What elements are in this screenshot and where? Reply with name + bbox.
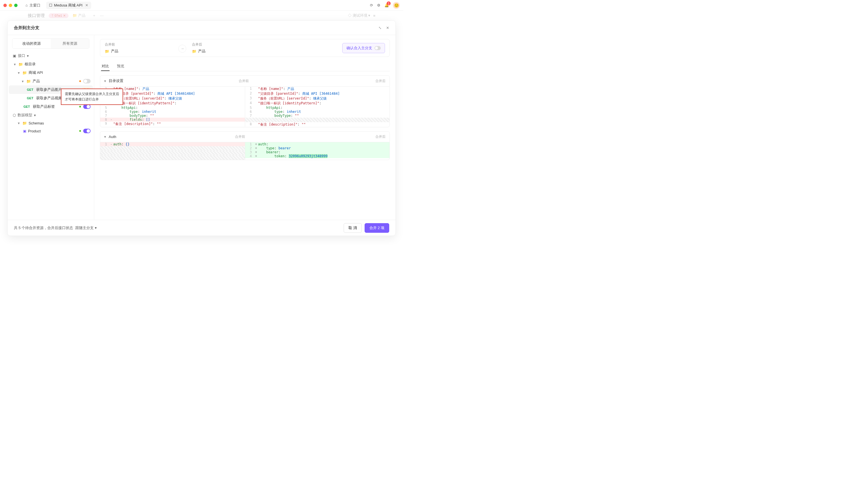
diff-gap <box>100 146 245 151</box>
bg-header: 接口管理 ᛘ 07w1 ✕ 📁 产品 ＋ ⋯ ◇ 测试环境 ▾ ≡ <box>0 11 403 20</box>
col-before: 合并前 <box>235 134 245 139</box>
merge-button[interactable]: 合并 2 项 <box>365 223 389 233</box>
page-title: 接口管理 <box>28 13 45 18</box>
diff-gap <box>100 151 245 155</box>
home-label: 主窗口 <box>30 3 40 8</box>
diff-pane: 1"名称 [name]": 产品2"父级目录 [parentId]": 商城 A… <box>245 87 390 127</box>
refresh-icon[interactable]: ⟳ <box>370 3 373 7</box>
bell-icon[interactable]: 🔔1 <box>384 3 389 7</box>
close-modal-icon[interactable]: ✕ <box>386 26 389 30</box>
home-tab[interactable]: ⌂ 主窗口 <box>23 2 43 9</box>
maximize-window-icon[interactable] <box>14 4 18 7</box>
http-method: GET <box>23 105 30 108</box>
diff-line: 6 type: inherit <box>100 110 245 114</box>
col-after: 合并后 <box>375 134 386 139</box>
col-before: 合并前 <box>239 79 249 84</box>
confirm-merge-button[interactable]: 确认合入主分支 <box>342 43 385 53</box>
tree-mall[interactable]: ▾ 📁 商城 API <box>9 69 93 77</box>
diff-line: 1"名称 [name]": 产品 <box>245 87 390 91</box>
minimize-modal-icon[interactable]: ⤡ <box>379 26 382 30</box>
section-auth: ▾ Auth 合并前 合并后 1-auth: {}1+auth:2+ type:… <box>100 131 390 160</box>
status-dot-icon <box>79 130 81 132</box>
diff-line: 3"服务（前置URL）[serverId]": 继承父级 <box>245 96 390 101</box>
datamodel-label[interactable]: ⬡ 数据模型 ▾ <box>7 111 94 119</box>
diff-line: 5 httpApi: <box>245 106 390 110</box>
confirm-toggle[interactable] <box>374 46 381 50</box>
diff-gap <box>100 155 245 160</box>
more-icon: ⋯ <box>100 14 104 18</box>
tree-schemas[interactable]: ▾ 📁 Schemas <box>9 119 93 127</box>
tab-compare[interactable]: 对比 <box>101 62 109 71</box>
chevron-down-icon[interactable]: ▾ <box>104 79 107 83</box>
diff-line: 5 httpApi: <box>100 106 245 110</box>
modal-footer: 共 5 个待合并资源，合并后接口状态 跟随主分支 ▾ 取 消 合并 2 项 <box>7 220 396 236</box>
before-label: 合并前 <box>105 42 173 47</box>
avatar[interactable]: 🙂 <box>393 2 400 9</box>
item-toggle[interactable] <box>83 129 91 133</box>
diff-line: 4+ token: 32096u09293jt348999 <box>245 154 390 158</box>
titlebar: ⌂ 主窗口 ☐ Medusa 商城 API ✕ ⟳ ⚙ 🔔1 🙂 <box>0 0 403 11</box>
parent-resource-tooltip: 需要先确认父级资源合并入主分支后 才可将本接口进行合并 <box>61 89 123 105</box>
footer-status: 共 5 个待合并资源，合并后接口状态 <box>14 226 73 231</box>
doc-tab[interactable]: ☐ Medusa 商城 API ✕ <box>46 2 91 9</box>
col-after: 合并后 <box>375 79 386 84</box>
modal-title: 合并到主分支 <box>14 25 39 31</box>
api-icon: ▣ <box>13 54 16 58</box>
window-controls <box>3 4 18 7</box>
interface-label[interactable]: ▣ 接口 ▾ <box>7 52 94 60</box>
tab-changed[interactable]: 改动的资源 <box>13 39 51 48</box>
folder-icon: 📁 <box>26 79 31 84</box>
diff-pane: 1-auth: {} <box>100 142 245 160</box>
sidebar: 改动的资源 所有资源 ▣ 接口 ▾ ▾ 📁 根目录 ▾ 📁 商城 API <box>7 35 94 220</box>
chevron-down-icon: ▾ <box>27 54 29 58</box>
diff-line: 4"接口唯一标识 [identityPattern]": <box>245 101 390 106</box>
folder-icon: 📁 <box>22 121 27 125</box>
diff-tabs: 对比 预览 <box>100 62 390 71</box>
minimize-window-icon[interactable] <box>9 4 12 7</box>
diff-line: 7 bodyType: "" <box>100 114 245 118</box>
close-tab-icon[interactable]: ✕ <box>85 3 88 7</box>
diff-line: 2+ type: bearer <box>245 146 390 150</box>
notification-badge: 1 <box>387 1 391 5</box>
folder-icon: 📁 <box>18 62 23 67</box>
tab-all[interactable]: 所有资源 <box>51 39 89 48</box>
follow-branch-select[interactable]: 跟随主分支 ▾ <box>75 226 97 231</box>
section-title: Auth <box>109 134 116 139</box>
tree-product-model[interactable]: ▣ Product <box>9 127 93 135</box>
folder-icon: 📁 <box>105 49 109 53</box>
diff-line: 9"备注 [description]": "" <box>100 122 245 126</box>
diff-line: 3+ bearer: <box>245 150 390 154</box>
item-toggle[interactable] <box>83 79 91 84</box>
close-window-icon[interactable] <box>3 4 7 7</box>
home-icon: ⌂ <box>25 3 28 7</box>
after-label: 合并后 <box>192 42 260 47</box>
chevron-down-icon[interactable]: ▾ <box>104 134 107 139</box>
diff-line: 6 type: inherit <box>245 110 390 114</box>
chevron-down-icon: ▾ <box>95 226 97 230</box>
diff-line: 8"备注 [description]": "" <box>245 122 390 127</box>
status-dot-icon <box>79 80 81 82</box>
doc-icon: ☐ <box>49 3 52 7</box>
status-dot-icon <box>79 106 81 107</box>
diff-line: 1-auth: {} <box>100 142 245 146</box>
merge-summary-bar: 合并前 📁产品 → 合并后 📁产品 确认合入主分支 <box>100 39 390 57</box>
section-title: 目录设置 <box>109 78 123 84</box>
cancel-button[interactable]: 取 消 <box>344 223 362 233</box>
diff-line: 8- fields: [] <box>100 118 245 122</box>
plus-icon: ＋ <box>92 13 96 18</box>
http-method: GET <box>27 96 33 100</box>
merge-modal: 合并到主分支 ⤡ ✕ 改动的资源 所有资源 ▣ 接口 ▾ ▾ 📁 根目录 <box>7 20 396 236</box>
diff-gap <box>245 118 390 122</box>
tree-root[interactable]: ▾ 📁 根目录 <box>9 60 93 69</box>
data-icon: ⬡ <box>13 113 16 118</box>
item-toggle[interactable] <box>83 104 91 109</box>
chevron-down-icon: ▾ <box>34 113 36 118</box>
bg-product-tab: 📁 产品 <box>72 13 86 18</box>
diff-line: 1+auth: <box>245 142 390 146</box>
folder-icon: 📁 <box>192 49 196 53</box>
tree-product[interactable]: ▾ 📁 产品 <box>9 77 93 85</box>
gear-icon[interactable]: ⚙ <box>377 3 381 7</box>
tab-preview[interactable]: 预览 <box>116 62 125 71</box>
resource-tabs: 改动的资源 所有资源 <box>12 38 89 49</box>
http-method: GET <box>27 88 33 91</box>
